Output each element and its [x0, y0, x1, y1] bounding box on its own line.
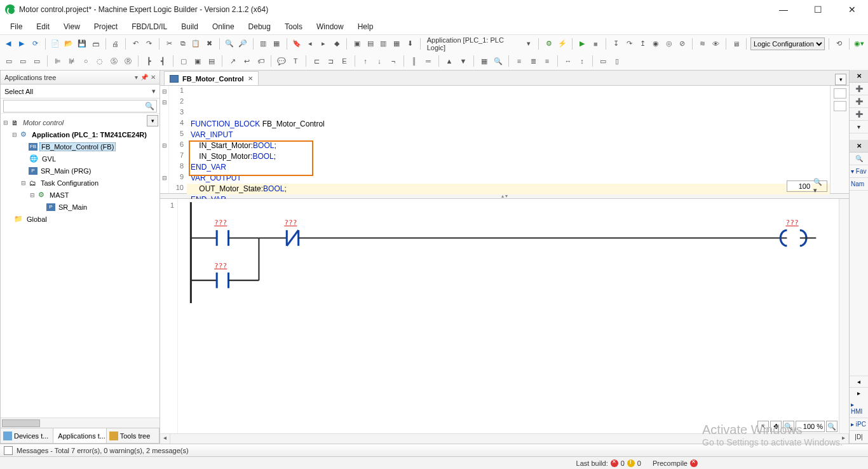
bookmark-icon[interactable]: 🔖 — [290, 37, 302, 50]
minimize-button[interactable]: — — [773, 4, 794, 15]
paste-icon[interactable]: 📋 — [190, 37, 202, 50]
declaration-editor[interactable]: ⊟⊟ ⊟⊟ 12345678910 FUNCTION_BLOCK FB_Moto… — [160, 86, 849, 194]
cut-icon[interactable]: ✂ — [163, 37, 175, 50]
ld-view-icon[interactable]: ▦ — [478, 55, 491, 67]
bp-clear-icon[interactable]: ⊘ — [676, 37, 688, 50]
fold-column[interactable]: ⊟⊟ ⊟⊟ — [160, 86, 169, 193]
menu-project[interactable]: Project — [88, 20, 124, 33]
ld-contact-neg-icon[interactable]: ⊯ — [65, 55, 78, 67]
clean-icon[interactable]: ▥ — [377, 37, 390, 50]
tree-hscrollbar[interactable] — [1, 418, 159, 428]
pane-pin-icon[interactable]: 📌 — [140, 74, 148, 81]
ld-group-icon[interactable]: ▭ — [597, 55, 609, 67]
messages-bar[interactable]: Messages - Total 7 error(s), 0 warning(s… — [0, 444, 868, 456]
ladder-zoom-value[interactable]: 100 % — [796, 421, 825, 432]
ld-contact-icon[interactable]: ⊫ — [51, 55, 64, 67]
right-hmi-label[interactable]: ▸ HMI — [850, 398, 868, 418]
ld-branch-icon[interactable]: ┣ — [142, 55, 155, 67]
ld-label-icon[interactable]: 🏷 — [254, 55, 267, 67]
menu-help[interactable]: Help — [351, 20, 380, 33]
code-text[interactable]: FUNCTION_BLOCK FB_Motor_ControlVAR_INPUT… — [187, 86, 830, 193]
right-close-icon[interactable]: ✕ — [850, 70, 868, 83]
select-all-dropdown[interactable]: Select All — [1, 85, 159, 99]
tree-root[interactable]: Motor control — [22, 119, 65, 126]
nav-back-icon[interactable]: ◀ — [3, 37, 15, 50]
ld-align-left-icon[interactable]: ≡ — [513, 55, 526, 67]
logic-configuration-dropdown[interactable]: Logic Configuration — [750, 37, 825, 50]
save-icon[interactable]: 💾 — [76, 37, 88, 50]
ld-negate-icon[interactable]: ¬ — [387, 55, 400, 67]
ld-parallel-icon[interactable]: ║ — [408, 55, 421, 67]
new-icon[interactable]: 📄 — [50, 37, 62, 50]
step-out-icon[interactable]: ↥ — [637, 37, 649, 50]
ld-ungroup-icon[interactable]: ▯ — [611, 55, 623, 67]
step-over-icon[interactable]: ↷ — [623, 37, 635, 50]
tree-search-input[interactable] — [3, 100, 157, 112]
menu-tools[interactable]: Tools — [278, 20, 309, 33]
library-icon[interactable]: ▥ — [257, 37, 269, 50]
ld-box-icon[interactable]: ▢ — [177, 55, 190, 67]
logout-icon[interactable]: ⚡ — [556, 37, 568, 50]
menu-file[interactable]: File — [4, 20, 29, 33]
tree-task-config[interactable]: Task Configuration — [39, 179, 100, 187]
maximize-button[interactable]: ☐ — [807, 4, 829, 15]
ld-dist-v-icon[interactable]: ↕ — [576, 55, 588, 67]
compile-icon[interactable]: ▦ — [391, 37, 403, 50]
bookmark-clear-icon[interactable]: ◆ — [330, 37, 342, 50]
menu-window[interactable]: Window — [310, 20, 350, 33]
ld-return-icon[interactable]: ↩ — [240, 55, 253, 67]
ld-movedown-icon[interactable]: ▼ — [457, 55, 470, 67]
ld-output-icon[interactable]: ⊐ — [324, 55, 337, 67]
declaration-zoom[interactable]: 🔍▾ — [787, 180, 827, 192]
delete-icon[interactable]: ✖ — [203, 37, 215, 50]
tab-applications[interactable]: Applications t... — [53, 428, 106, 443]
right-add-2-icon[interactable]: ➕ — [850, 95, 868, 108]
ld-coil-neg-icon[interactable]: ◌ — [93, 55, 106, 67]
copy-icon[interactable]: ⧉ — [177, 37, 189, 50]
ld-branch-close-icon[interactable]: ┫ — [156, 55, 169, 67]
ld-align-center-icon[interactable]: ≣ — [527, 55, 539, 67]
zoom-dropdown-icon[interactable]: 🔍▾ — [811, 178, 827, 194]
right-collapse-icon[interactable]: ▾ — [850, 121, 868, 133]
ladder-editor[interactable]: 1 ??? — [160, 199, 849, 433]
right-add-3-icon[interactable]: ➕ — [850, 108, 868, 121]
breakpoint-icon[interactable]: ◉ — [650, 37, 662, 50]
editor-tab-list-dropdown[interactable]: ▾ — [835, 74, 846, 85]
search-icon[interactable]: 🔍 — [145, 102, 154, 111]
ld-series-icon[interactable]: ═ — [422, 55, 435, 67]
app-context-dropdown-icon[interactable]: ▾ — [522, 37, 534, 50]
nav-fwd-icon[interactable]: ▶ — [16, 37, 28, 50]
pan-tool-icon[interactable]: ✥ — [770, 421, 782, 432]
ld-title-icon[interactable]: T — [289, 55, 302, 67]
download-icon[interactable]: ⬇ — [404, 37, 416, 50]
ld-moveup-icon[interactable]: ▲ — [443, 55, 456, 67]
login-icon[interactable]: ⚙ — [543, 37, 555, 50]
close-button[interactable]: ✕ — [841, 4, 863, 15]
right-add-1-icon[interactable]: ➕ — [850, 83, 868, 95]
view-tabular-icon[interactable] — [834, 101, 846, 111]
cursor-tool-icon[interactable]: ↖ — [757, 421, 769, 432]
ld-dist-h-icon[interactable]: ↔ — [562, 55, 574, 67]
pane-close-icon[interactable]: ✕ — [151, 74, 156, 81]
bookmark-prev-icon[interactable]: ◂ — [304, 37, 316, 50]
bookmark-next-icon[interactable]: ▸ — [317, 37, 329, 50]
right-nav-prev-icon[interactable]: ◂ — [850, 376, 868, 387]
menu-build[interactable]: Build — [175, 20, 205, 33]
editor-tab-close-icon[interactable]: ✕ — [248, 75, 253, 82]
ld-en-icon[interactable]: E — [338, 55, 351, 67]
ld-delete-icon[interactable]: ▭ — [31, 55, 43, 67]
ld-comment-icon[interactable]: 💬 — [275, 55, 288, 67]
find-icon[interactable]: 🔍 — [224, 37, 236, 50]
undo-icon[interactable]: ↶ — [130, 37, 142, 50]
findnext-icon[interactable]: 🔎 — [237, 37, 249, 50]
tree-sr-main[interactable]: SR_Main (PRG) — [39, 167, 92, 175]
tree-mast-srmain[interactable]: SR_Main — [57, 203, 88, 211]
editor-hscrollbar[interactable]: ◂▸ — [160, 433, 849, 444]
menu-online[interactable]: Online — [206, 20, 241, 33]
tab-devices[interactable]: Devices t... — [1, 428, 53, 443]
watch-icon[interactable]: 👁 — [710, 37, 722, 50]
zoom-fit-icon[interactable]: 🔍 — [826, 421, 837, 432]
device-icon[interactable]: 🖥 — [730, 37, 742, 50]
tree-options-dropdown[interactable]: ▾ — [147, 115, 158, 126]
declaration-zoom-input[interactable] — [787, 182, 811, 190]
